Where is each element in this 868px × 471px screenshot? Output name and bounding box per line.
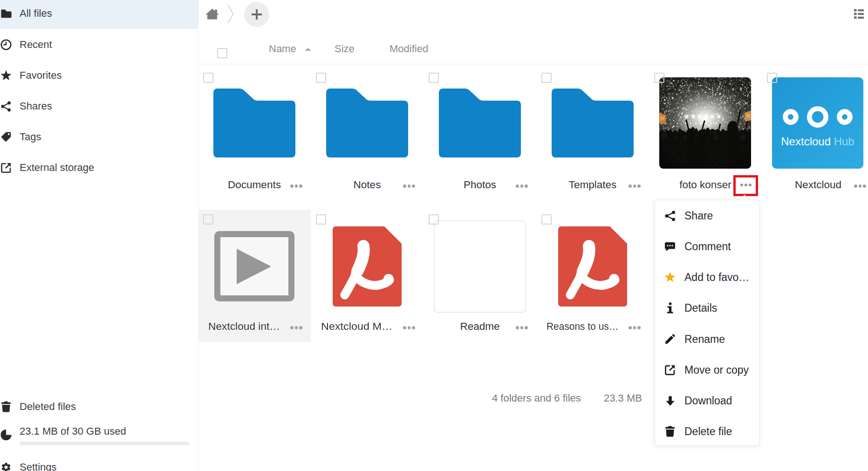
svg-text:Nextcloud Hub: Nextcloud Hub xyxy=(781,135,854,148)
